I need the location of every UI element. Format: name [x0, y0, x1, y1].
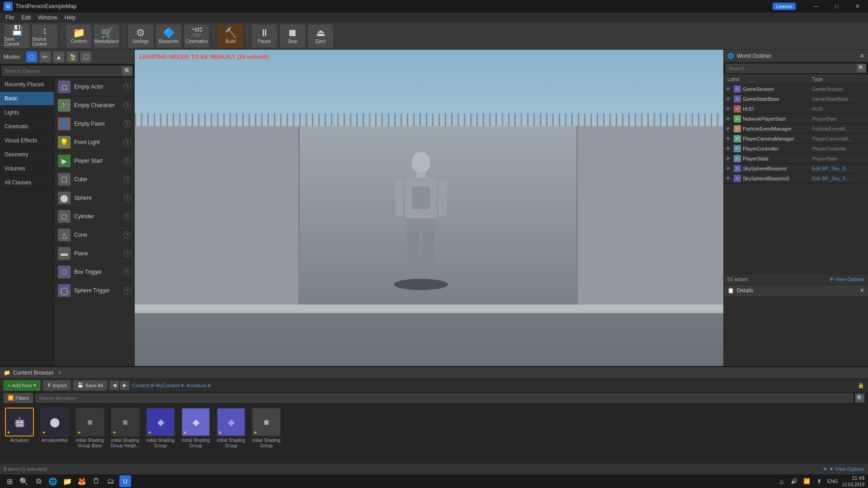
- network-tray-icon[interactable]: △: [777, 477, 786, 486]
- outliner-row-gamesession[interactable]: 👁 G GameSession GameSession: [724, 84, 868, 94]
- breadcrumb-item-mycontent[interactable]: MyContent: [156, 383, 180, 388]
- empty-character-help-icon[interactable]: ?: [123, 102, 131, 109]
- mode-paint[interactable]: ✏: [40, 52, 51, 62]
- blueprints-button[interactable]: 🔷 Blueprints: [156, 24, 182, 48]
- place-item-box-trigger[interactable]: □ Box Trigger ?: [54, 263, 134, 282]
- volume-tray-icon[interactable]: 🔊: [789, 477, 798, 486]
- asset-initial-group2[interactable]: ◆ ★ initial Shading Group: [180, 408, 212, 449]
- asset-initial-shading-base[interactable]: ■ ★ initial Shading Group Base: [74, 408, 106, 449]
- close-button[interactable]: ✕: [847, 0, 868, 13]
- save-current-button[interactable]: 💾 Save Current: [4, 24, 30, 48]
- outliner-row-playercameramanager[interactable]: 👁 P PlayerCameraManager PlayerCameraM...: [724, 134, 868, 144]
- wifi-tray-icon[interactable]: 📶: [802, 477, 811, 486]
- outliner-row-skysphereblueprint2[interactable]: 👁 S SkySphereBlueprint2 Edit BP_Sky_S...: [724, 174, 868, 183]
- menu-edit[interactable]: Edit: [18, 14, 34, 22]
- outliner-row-gamestatebase[interactable]: 👁 G GameStateBase GameStateBase: [724, 94, 868, 104]
- menu-help[interactable]: Help: [61, 14, 80, 22]
- save-all-button[interactable]: 💾 Save All: [73, 380, 107, 390]
- source-control-button[interactable]: ↕ Source Control: [32, 24, 58, 48]
- row-type-skysphereblueprint[interactable]: Edit BP_Sky_S...: [812, 166, 866, 171]
- category-basic[interactable]: Basic: [0, 92, 54, 106]
- mode-place[interactable]: ⬡: [26, 52, 37, 62]
- category-geometry[interactable]: Geometry: [0, 148, 54, 162]
- asset-armaturemat[interactable]: ⬤ ★ ArmatureMat: [39, 408, 71, 443]
- documents-icon[interactable]: 🗂: [105, 475, 117, 487]
- player-start-help-icon[interactable]: ?: [123, 157, 131, 164]
- pause-button[interactable]: ⏸ Pause: [251, 24, 278, 48]
- update-tray-icon[interactable]: ⬆: [815, 477, 824, 486]
- cb-view-options-button[interactable]: 👁 ▼ View Options: [823, 466, 864, 472]
- edge-browser-icon[interactable]: 🌐: [47, 475, 59, 487]
- menu-file[interactable]: File: [2, 14, 18, 22]
- search-classes-icon[interactable]: 🔍: [123, 66, 132, 76]
- asset-initial-group4[interactable]: ■ ★ initial Shading Group: [250, 408, 282, 449]
- stop-button[interactable]: ⏹ Stop: [279, 24, 306, 48]
- search-cb-button[interactable]: 🔍: [855, 394, 864, 403]
- category-volumes[interactable]: Volumes: [0, 162, 54, 176]
- mode-landscape[interactable]: ▲: [53, 52, 64, 62]
- place-item-player-start[interactable]: ▶ Player Start ?: [54, 152, 134, 170]
- details-close-icon[interactable]: ✕: [860, 287, 864, 294]
- sphere-help-icon[interactable]: ?: [123, 194, 131, 202]
- cone-help-icon[interactable]: ?: [123, 231, 131, 239]
- outliner-row-hud[interactable]: 👁 H HUD HUD: [724, 104, 868, 114]
- cube-help-icon[interactable]: ?: [123, 176, 131, 183]
- place-item-cube[interactable]: ☐ Cube ?: [54, 170, 134, 189]
- point-light-help-icon[interactable]: ?: [123, 139, 131, 146]
- content-button[interactable]: 📁 Content: [66, 24, 92, 48]
- search-classes-input[interactable]: [2, 66, 123, 76]
- outliner-row-playercontroller[interactable]: 👁 P PlayerController PlayerControlle...: [724, 144, 868, 154]
- mode-geometry[interactable]: ☐: [80, 52, 91, 62]
- place-item-cylinder[interactable]: ⬡ Cylinder ?: [54, 207, 134, 226]
- sphere-trigger-help-icon[interactable]: ?: [123, 287, 131, 294]
- build-button[interactable]: 🔨 Build: [217, 24, 244, 48]
- menu-window[interactable]: Window: [34, 14, 61, 22]
- outliner-close-icon[interactable]: ✕: [860, 53, 864, 59]
- category-recently-placed[interactable]: Recently Placed: [0, 78, 54, 92]
- file-explorer-icon[interactable]: 📁: [61, 475, 73, 487]
- firefox-icon[interactable]: 🦊: [76, 475, 88, 487]
- notepad-icon[interactable]: 🗒: [90, 475, 102, 487]
- minimize-button[interactable]: ─: [806, 0, 826, 13]
- row-type-skysphereblueprint2[interactable]: Edit BP_Sky_S...: [812, 176, 866, 181]
- plane-help-icon[interactable]: ?: [123, 250, 131, 257]
- place-item-plane[interactable]: ▬ Plane ?: [54, 244, 134, 263]
- place-item-sphere-trigger[interactable]: ◯ Sphere Trigger ?: [54, 282, 134, 300]
- cb-lock-icon[interactable]: 🔒: [858, 382, 864, 389]
- outliner-search-button[interactable]: 🔍: [857, 64, 866, 73]
- category-cinematic[interactable]: Cinematic: [0, 120, 54, 134]
- settings-button[interactable]: ⚙ Settings: [127, 24, 154, 48]
- outliner-row-networkplayerstart[interactable]: 👁 N NetworkPlayerStart PlayerStart: [724, 114, 868, 124]
- maximize-button[interactable]: □: [826, 0, 847, 13]
- unreal-engine-taskbar-icon[interactable]: U: [119, 475, 131, 487]
- add-new-button[interactable]: + Add New ▾: [4, 380, 40, 390]
- outliner-row-particleeventmanager[interactable]: 👁 P ParticleEventManager ParticleEventM.…: [724, 124, 868, 134]
- asset-initial-group3[interactable]: ◆ ★ initial Shading Group: [215, 408, 247, 449]
- cb-forward-button[interactable]: ▶: [120, 381, 129, 390]
- cb-back-button[interactable]: ◀: [110, 381, 119, 390]
- start-button[interactable]: ⊞: [4, 475, 15, 487]
- cinematics-button[interactable]: 🎬 Cinematics: [184, 24, 210, 48]
- cb-tab-close-icon[interactable]: ×: [58, 370, 61, 376]
- place-item-sphere[interactable]: ⬤ Sphere ?: [54, 189, 134, 207]
- place-item-point-light[interactable]: 💡 Point Light ?: [54, 133, 134, 152]
- search-armature-input[interactable]: [36, 394, 853, 403]
- import-button[interactable]: ⬆ Import: [43, 380, 71, 390]
- view-options-button[interactable]: 👁 View Options: [829, 277, 864, 282]
- category-visual-effects[interactable]: Visual Effects: [0, 134, 54, 148]
- task-view-button[interactable]: ⧉: [33, 475, 44, 487]
- filters-button[interactable]: 🔽 Filters: [4, 393, 33, 403]
- eject-button[interactable]: ⏏ Eject: [307, 24, 334, 48]
- category-lights[interactable]: Lights: [0, 106, 54, 120]
- mode-foliage[interactable]: 🍃: [67, 52, 78, 62]
- breadcrumb-item-armature[interactable]: Armature: [186, 383, 207, 388]
- cylinder-help-icon[interactable]: ?: [123, 213, 131, 220]
- breadcrumb-item-content[interactable]: Content: [132, 383, 150, 388]
- place-item-cone[interactable]: △ Cone ?: [54, 226, 134, 244]
- box-trigger-help-icon[interactable]: ?: [123, 268, 131, 276]
- empty-pawn-help-icon[interactable]: ?: [123, 120, 131, 127]
- asset-initial-group1[interactable]: ◆ ★ initial Shading Group: [145, 408, 176, 449]
- place-item-empty-character[interactable]: 🚶 Empty Character ?: [54, 96, 134, 115]
- empty-actor-help-icon[interactable]: ?: [123, 83, 131, 90]
- place-item-empty-pawn[interactable]: 👤 Empty Pawn ?: [54, 115, 134, 133]
